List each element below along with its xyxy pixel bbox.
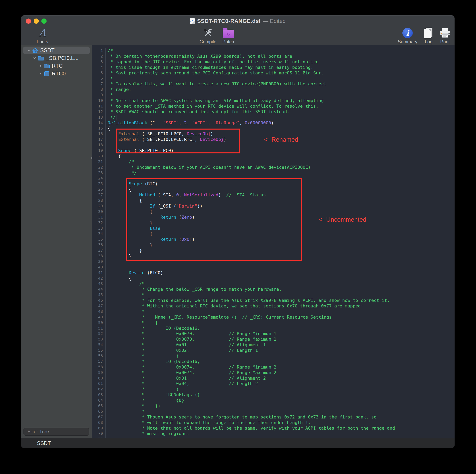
chevron-down-icon[interactable] xyxy=(26,49,32,52)
code-line[interactable]: 67 * Though Asus seems to have forgotten… xyxy=(92,414,455,420)
code-line[interactable]: 62 * ) xyxy=(92,387,455,392)
code-line[interactable]: 35 Return (0x0F) xyxy=(92,237,455,242)
chevron-right-icon[interactable] xyxy=(38,72,43,75)
code-line[interactable]: 15{ xyxy=(92,126,455,131)
code-line[interactable]: 43 /* xyxy=(92,281,455,287)
code-line[interactable]: 61 * 0x04, // Length 2 xyxy=(92,381,455,387)
print-label: Print xyxy=(440,39,450,45)
code-line[interactable]: 7 * To resolve this, we'll want to creat… xyxy=(92,81,455,87)
code-line[interactable]: 8 * range. xyxy=(92,87,455,92)
code-line[interactable]: 59 * 0x0074, // Range Maximum 2 xyxy=(92,370,455,375)
tree-item-rtc0[interactable]: RTC0 xyxy=(23,70,90,77)
status-bar: SSDT xyxy=(21,438,455,448)
filter-tree-input[interactable] xyxy=(27,429,89,434)
patch-button[interactable]: Patch xyxy=(213,27,243,45)
code-line[interactable]: 28 { xyxy=(92,198,455,203)
code-line[interactable]: 25 Scope (RTC) xyxy=(92,181,455,187)
code-line[interactable]: 47 * Within the original RTC device, we … xyxy=(92,303,455,309)
line-number: 69 xyxy=(92,425,106,431)
code-line[interactable]: 58 * 0x0074, // Range Minimum 2 xyxy=(92,364,455,370)
code-line[interactable]: 12 * SSDT-AWAC should be removed and ins… xyxy=(92,109,455,115)
code-line[interactable]: 11 * to set another _STA method in your … xyxy=(92,103,455,109)
code-line[interactable]: 40 xyxy=(92,264,455,270)
code-line[interactable]: 34 { xyxy=(92,231,455,237)
code-text: Method (_STA, 0, NotSerialized) // _STA:… xyxy=(106,192,455,198)
code-line[interactable]: 23 */ xyxy=(92,170,455,176)
chevron-right-icon[interactable] xyxy=(38,64,43,68)
code-line[interactable]: 71 xyxy=(92,436,455,438)
code-line[interactable]: 9 * xyxy=(92,92,455,98)
code-line[interactable]: 36 } xyxy=(92,242,455,248)
code-editor[interactable]: 1/*2 * On certain motherboards(mainly As… xyxy=(92,45,455,438)
code-line[interactable]: 30 { xyxy=(92,209,455,215)
code-line[interactable]: 38 } xyxy=(92,253,455,259)
code-line[interactable]: 37 } xyxy=(92,248,455,253)
code-line[interactable]: 68 * we'll want to expand the range to i… xyxy=(92,420,455,425)
code-line[interactable]: 19 Scope (_SB.PCI0.LPC0) xyxy=(92,148,455,153)
code-line[interactable]: 6 * xyxy=(92,76,455,81)
tree-item--sb-pci0-l-[interactable]: _SB.PCI0.L... xyxy=(23,54,90,62)
code-line[interactable]: 27 Method (_STA, 0, NotSerialized) // _S… xyxy=(92,192,455,198)
code-line[interactable]: 45 * xyxy=(92,292,455,298)
code-line[interactable]: 22 * Uncomment below if your ACPI doesn'… xyxy=(92,165,455,170)
code-line[interactable]: 21 /* xyxy=(92,159,455,165)
tree-item-ssdt[interactable]: SSDT xyxy=(23,47,90,54)
code-line[interactable]: 10 * Note that due to AWAC systems havin… xyxy=(92,98,455,103)
code-line[interactable]: 44 * Change the below _CSR range to matc… xyxy=(92,287,455,292)
line-number: 5 xyxy=(92,70,106,76)
filter-field[interactable] xyxy=(23,428,89,436)
code-line[interactable]: 46 * For this example, we'll use the Asu… xyxy=(92,298,455,303)
code-text: * }) xyxy=(106,403,455,409)
code-line[interactable]: 48 * xyxy=(92,309,455,314)
fonts-button[interactable]: A Fonts xyxy=(27,27,57,45)
document-icon xyxy=(190,18,195,24)
code-line[interactable]: 5 * Most prominently seen around the PCI… xyxy=(92,70,455,76)
code-line[interactable]: 51 * IO (Decode16, xyxy=(92,325,455,331)
tree-item-rtc[interactable]: RTC xyxy=(23,62,90,70)
code-line[interactable]: 54 * 0x01, // Alignment 1 xyxy=(92,342,455,348)
line-number: 47 xyxy=(92,303,106,309)
code-line[interactable]: 52 * 0x0070, // Range Minimum 1 xyxy=(92,331,455,337)
code-text: { xyxy=(106,153,455,159)
code-line[interactable]: 66 * xyxy=(92,409,455,414)
code-line[interactable]: 14DefinitionBlock ("", "SSDT", 2, "ACDT"… xyxy=(92,120,455,126)
code-text: } xyxy=(106,220,455,226)
code-line[interactable]: 13 */ xyxy=(92,115,455,120)
code-line[interactable]: 50 * { xyxy=(92,320,455,325)
code-line[interactable]: 42 { xyxy=(92,276,455,281)
code-line[interactable]: 60 * 0x01, // Alignment 2 xyxy=(92,375,455,381)
code-line[interactable]: 29 If (_OSI ("Darwin")) xyxy=(92,203,455,209)
code-line[interactable]: 53 * 0x0070, // Range Maximum 1 xyxy=(92,337,455,342)
code-text: * ) xyxy=(106,387,455,392)
code-line[interactable]: 24 xyxy=(92,175,455,181)
code-line[interactable]: 69 * Note that not all boards will be th… xyxy=(92,425,455,431)
code-line[interactable]: 65 * }) xyxy=(92,403,455,409)
code-text: * to set another _STA method in your RTC… xyxy=(106,103,455,109)
code-line[interactable]: 2 * On certain motherboards(mainly Asus … xyxy=(92,53,455,59)
code-line[interactable]: 56 * ) xyxy=(92,353,455,359)
chevron-down-icon[interactable] xyxy=(32,56,37,60)
code-line[interactable]: 33 Else xyxy=(92,226,455,231)
code-line[interactable]: 3 * mapped in the RTC device. For the ma… xyxy=(92,59,455,65)
code-line[interactable]: 49 * Name (_CRS, ResourceTemplate () // … xyxy=(92,314,455,320)
line-number: 49 xyxy=(92,314,106,320)
code-line[interactable]: 64 * {8} xyxy=(92,398,455,403)
print-button[interactable]: Print xyxy=(430,27,455,45)
code-line[interactable]: 39 xyxy=(92,259,455,264)
code-line[interactable]: 31 Return (Zero) xyxy=(92,215,455,220)
code-line[interactable]: 41 Device (RTC0) xyxy=(92,270,455,276)
code-text: { xyxy=(106,276,455,281)
code-line[interactable]: 63 * IRQNoFlags () xyxy=(92,392,455,398)
code-line[interactable]: 57 * IO (Decode16, xyxy=(92,359,455,364)
code-text: * SSDT-AWAC should be removed and instea… xyxy=(106,109,455,115)
code-line[interactable]: 1/* xyxy=(92,48,455,53)
code-text: * IO (Decode16, xyxy=(106,359,455,364)
code-line[interactable]: 55 * 0x02, // Length 1 xyxy=(92,348,455,353)
code-pane[interactable]: 1/*2 * On certain motherboards(mainly As… xyxy=(92,45,455,438)
code-line[interactable]: 26 { xyxy=(92,187,455,192)
code-line[interactable]: 20 { xyxy=(92,153,455,159)
code-line[interactable]: 70 * missing regions. xyxy=(92,431,455,436)
code-line[interactable]: 32 } xyxy=(92,220,455,226)
titlebar[interactable]: SSDT-RTC0-RANGE.dsl — Edited xyxy=(21,15,455,27)
code-line[interactable]: 4 * this issue though in extreme circums… xyxy=(92,65,455,70)
